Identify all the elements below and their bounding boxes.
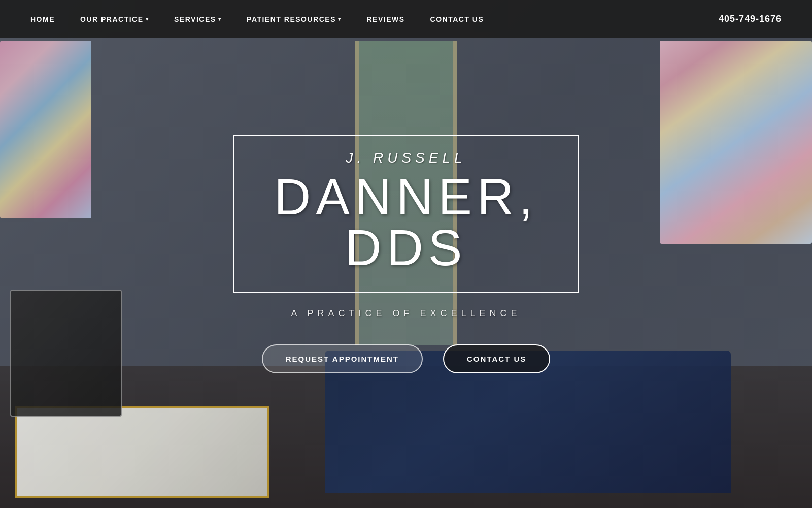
nav-link-patient-resources[interactable]: PATIENT RESOURCES ▾ — [247, 15, 341, 23]
nav-link-reviews[interactable]: REVIEWS — [367, 15, 405, 23]
nav-item-reviews[interactable]: REVIEWS — [367, 15, 405, 24]
nav-links: HOME OUR PRACTICE ▾ SERVICES ▾ PATIENT R… — [30, 15, 484, 24]
nav-item-home[interactable]: HOME — [30, 15, 55, 24]
box-left-border — [233, 135, 234, 293]
nav-link-services[interactable]: SERVICES ▾ — [174, 15, 221, 23]
hero-subtitle: J. RUSSELL — [233, 150, 579, 166]
nav-link-our-practice[interactable]: OUR PRACTICE ▾ — [80, 15, 149, 23]
nav-link-contact-us[interactable]: CONTACT US — [430, 15, 484, 23]
request-appointment-button[interactable]: REQUEST APPOINTMENT — [262, 344, 423, 373]
room-chair — [10, 290, 122, 417]
nav-link-home[interactable]: HOME — [30, 15, 55, 23]
hero-content: J. RUSSELL DANNER, DDS A PRACTICE OF EXC… — [203, 135, 609, 373]
nav-item-our-practice[interactable]: OUR PRACTICE ▾ — [80, 15, 149, 23]
contact-us-button[interactable]: CONTACT US — [443, 344, 550, 373]
hero-section: J. RUSSELL DANNER, DDS A PRACTICE OF EXC… — [0, 0, 812, 508]
chevron-down-icon: ▾ — [218, 16, 222, 22]
hero-buttons: REQUEST APPOINTMENT CONTACT US — [203, 344, 609, 373]
chevron-down-icon: ▾ — [146, 16, 149, 22]
room-left-artwork — [0, 41, 91, 218]
hero-title-box: J. RUSSELL DANNER, DDS — [203, 135, 609, 293]
chevron-down-icon: ▾ — [338, 16, 342, 22]
phone-number[interactable]: 405-749-1676 — [719, 14, 782, 24]
navigation: HOME OUR PRACTICE ▾ SERVICES ▾ PATIENT R… — [0, 0, 812, 38]
nav-item-services[interactable]: SERVICES ▾ — [174, 15, 221, 23]
hero-tagline: A PRACTICE OF EXCELLENCE — [203, 308, 609, 319]
nav-item-contact-us[interactable]: CONTACT US — [430, 15, 484, 24]
hero-title: DANNER, DDS — [233, 171, 579, 273]
room-right-artwork — [660, 41, 812, 244]
room-coffee-table — [15, 406, 269, 498]
nav-item-patient-resources[interactable]: PATIENT RESOURCES ▾ — [247, 15, 341, 23]
box-right-border — [578, 135, 579, 293]
